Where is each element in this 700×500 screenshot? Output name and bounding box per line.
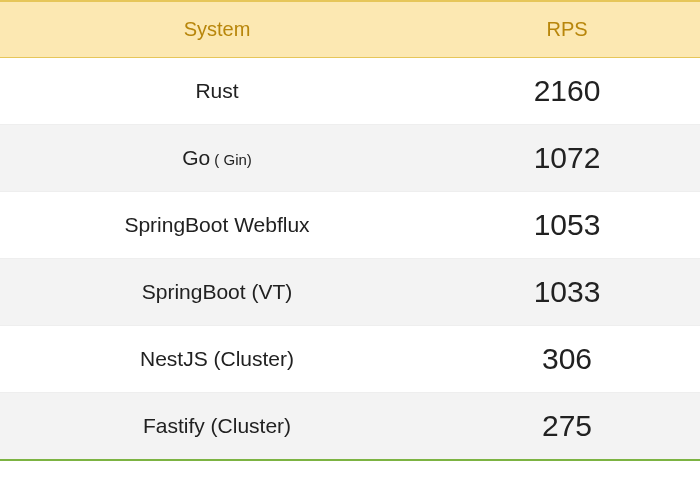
cell-system: Go ( Gin) xyxy=(0,125,434,192)
header-rps: RPS xyxy=(434,1,700,58)
cell-system: Rust xyxy=(0,58,434,125)
table-row: SpringBoot (VT)1033 xyxy=(0,259,700,326)
header-system: System xyxy=(0,1,434,58)
cell-system: SpringBoot Webflux xyxy=(0,192,434,259)
table-row: NestJS (Cluster)306 xyxy=(0,326,700,393)
cell-rps: 306 xyxy=(434,326,700,393)
table-row: SpringBoot Webflux1053 xyxy=(0,192,700,259)
table-row: Fastify (Cluster)275 xyxy=(0,393,700,461)
table-body: Rust2160Go ( Gin)1072SpringBoot Webflux1… xyxy=(0,58,700,461)
cell-rps: 275 xyxy=(434,393,700,461)
rps-table: System RPS Rust2160Go ( Gin)1072SpringBo… xyxy=(0,0,700,461)
cell-system: SpringBoot (VT) xyxy=(0,259,434,326)
table-header-row: System RPS xyxy=(0,1,700,58)
table-row: Go ( Gin)1072 xyxy=(0,125,700,192)
cell-rps: 2160 xyxy=(434,58,700,125)
system-suffix: ( Gin) xyxy=(210,151,252,168)
cell-system: Fastify (Cluster) xyxy=(0,393,434,461)
cell-rps: 1053 xyxy=(434,192,700,259)
cell-rps: 1033 xyxy=(434,259,700,326)
cell-rps: 1072 xyxy=(434,125,700,192)
table-row: Rust2160 xyxy=(0,58,700,125)
cell-system: NestJS (Cluster) xyxy=(0,326,434,393)
